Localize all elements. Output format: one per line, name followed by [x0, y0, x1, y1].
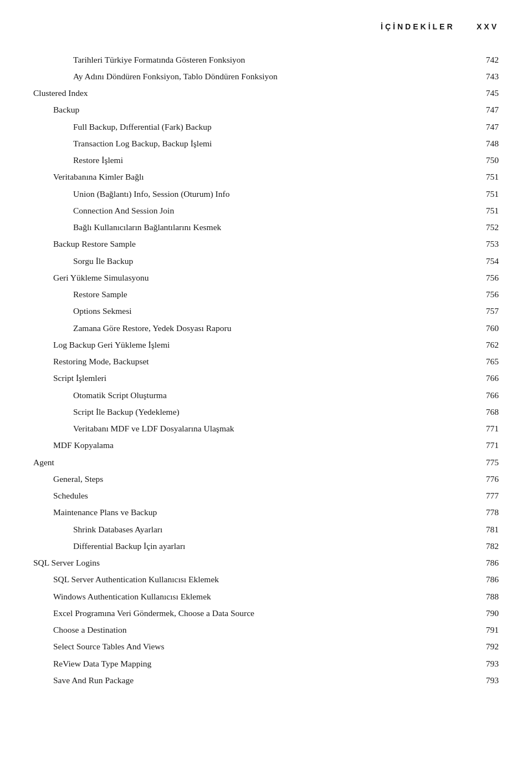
- toc-page-number: 743: [429, 68, 499, 84]
- toc-label: SQL Server Logins: [33, 555, 429, 571]
- toc-page-number: 771: [429, 437, 499, 454]
- toc-row: Union (Bağlantı) Info, Session (Oturum) …: [33, 185, 499, 202]
- toc-page-number: 778: [429, 504, 499, 521]
- toc-row: Restoring Mode, Backupset765: [33, 353, 499, 370]
- toc-row: SQL Server Authentication Kullanıcısı Ek…: [33, 571, 499, 588]
- toc-page-number: 786: [429, 555, 499, 571]
- toc-page-number: 776: [429, 470, 499, 487]
- toc-page-number: 756: [429, 286, 499, 303]
- toc-label: Clustered Index: [33, 85, 429, 101]
- toc-label: Union (Bağlantı) Info, Session (Oturum) …: [33, 185, 429, 202]
- header-page-number: XXV: [477, 22, 499, 31]
- toc-page-number: 745: [429, 85, 499, 101]
- toc-row: Full Backup, Dıfferential (Fark) Backup7…: [33, 118, 499, 135]
- toc-row: Restore İşlemi750: [33, 152, 499, 169]
- toc-page-number: 754: [429, 252, 499, 269]
- toc-row: Sorgu İle Backup754: [33, 252, 499, 269]
- toc-row: General, Steps776: [33, 470, 499, 487]
- toc-label: Restore İşlemi: [33, 152, 429, 169]
- toc-label: Script İşlemleri: [33, 370, 429, 387]
- toc-page-number: 751: [429, 169, 499, 185]
- toc-label: Otomatik Script Oluşturma: [33, 387, 429, 403]
- toc-label: Log Backup Geri Yükleme İşlemi: [33, 336, 429, 353]
- toc-page-number: 781: [429, 521, 499, 537]
- toc-label: Options Sekmesi: [33, 303, 429, 319]
- toc-page-number: 771: [429, 420, 499, 437]
- toc-row: Clustered Index745: [33, 85, 499, 101]
- toc-page-number: 751: [429, 202, 499, 218]
- toc-label: Differential Backup İçin ayarları: [33, 537, 429, 554]
- toc-row: ReView Data Type Mapping793: [33, 655, 499, 672]
- toc-label: Restoring Mode, Backupset: [33, 353, 429, 370]
- header-title: İÇİNDEKİLER XXV: [381, 22, 499, 31]
- header-section-title: İÇİNDEKİLER: [381, 22, 454, 31]
- toc-row: Choose a Destination791: [33, 622, 499, 638]
- toc-row: Backup747: [33, 101, 499, 118]
- toc-row: Save And Run Package793: [33, 672, 499, 688]
- toc-row: Restore Sample756: [33, 286, 499, 303]
- toc-label: Schedules: [33, 487, 429, 504]
- toc-label: Select Source Tables And Views: [33, 638, 429, 655]
- toc-row: Connection And Session Join751: [33, 202, 499, 218]
- toc-page-number: 766: [429, 387, 499, 403]
- toc-row: Shrink Databases Ayarları781: [33, 521, 499, 537]
- toc-label: Choose a Destination: [33, 622, 429, 638]
- toc-row: MDF Kopyalama771: [33, 437, 499, 454]
- toc-row: Transaction Log Backup, Backup İşlemi748: [33, 135, 499, 151]
- toc-page-number: 747: [429, 118, 499, 135]
- toc-page-number: 793: [429, 672, 499, 688]
- toc-label: Geri Yükleme Simulasyonu: [33, 269, 429, 286]
- toc-page-number: 791: [429, 622, 499, 638]
- toc-row: Backup Restore Sample753: [33, 236, 499, 252]
- toc-row: Geri Yükleme Simulasyonu756: [33, 269, 499, 286]
- toc-label: Sorgu İle Backup: [33, 252, 429, 269]
- toc-label: Backup Restore Sample: [33, 236, 429, 252]
- toc-label: Veritabanına Kimler Bağlı: [33, 169, 429, 185]
- toc-row: Maintenance Plans ve Backup778: [33, 504, 499, 521]
- toc-page-number: 742: [429, 51, 499, 68]
- toc-page-number: 768: [429, 403, 499, 420]
- toc-label: Connection And Session Join: [33, 202, 429, 218]
- toc-row: Veritabanına Kimler Bağlı751: [33, 169, 499, 185]
- toc-page-number: 750: [429, 152, 499, 169]
- toc-label: Veritabanı MDF ve LDF Dosyalarına Ulaşma…: [33, 420, 429, 437]
- toc-label: Restore Sample: [33, 286, 429, 303]
- toc-label: Zamana Göre Restore, Yedek Dosyası Rapor…: [33, 319, 429, 336]
- toc-row: Script İşlemleri766: [33, 370, 499, 387]
- toc-label: Windows Authentication Kullanıcısı Eklem…: [33, 588, 429, 604]
- toc-row: Veritabanı MDF ve LDF Dosyalarına Ulaşma…: [33, 420, 499, 437]
- toc-row: Excel Programına Veri Göndermek, Choose …: [33, 604, 499, 621]
- toc-page-number: 756: [429, 269, 499, 286]
- toc-row: Options Sekmesi757: [33, 303, 499, 319]
- toc-row: Tarihleri Türkiye Formatında Gösteren Fo…: [33, 51, 499, 68]
- page-header: İÇİNDEKİLER XXV: [33, 22, 499, 31]
- toc-page-number: 747: [429, 101, 499, 118]
- toc-page-number: 788: [429, 588, 499, 604]
- toc-row: Schedules777: [33, 487, 499, 504]
- toc-label: Script İle Backup (Yedekleme): [33, 403, 429, 420]
- toc-label: Excel Programına Veri Göndermek, Choose …: [33, 604, 429, 621]
- toc-label: General, Steps: [33, 470, 429, 487]
- toc-label: Agent: [33, 454, 429, 470]
- toc-row: Ay Adını Döndüren Fonksiyon, Tablo Döndü…: [33, 68, 499, 84]
- toc-page-number: 786: [429, 571, 499, 588]
- toc-row: Select Source Tables And Views792: [33, 638, 499, 655]
- toc-label: ReView Data Type Mapping: [33, 655, 429, 672]
- toc-row: Otomatik Script Oluşturma766: [33, 387, 499, 403]
- toc-page-number: 792: [429, 638, 499, 655]
- toc-page-number: 775: [429, 454, 499, 470]
- toc-label: Full Backup, Dıfferential (Fark) Backup: [33, 118, 429, 135]
- toc-row: Script İle Backup (Yedekleme)768: [33, 403, 499, 420]
- page: İÇİNDEKİLER XXV Tarihleri Türkiye Format…: [0, 0, 532, 778]
- toc-label: Ay Adını Döndüren Fonksiyon, Tablo Döndü…: [33, 68, 429, 84]
- toc-label: Save And Run Package: [33, 672, 429, 688]
- toc-row: Log Backup Geri Yükleme İşlemi762: [33, 336, 499, 353]
- toc-table: Tarihleri Türkiye Formatında Gösteren Fo…: [33, 51, 499, 689]
- toc-page-number: 751: [429, 185, 499, 202]
- toc-page-number: 753: [429, 236, 499, 252]
- toc-row: Windows Authentication Kullanıcısı Eklem…: [33, 588, 499, 604]
- toc-page-number: 762: [429, 336, 499, 353]
- toc-row: Agent775: [33, 454, 499, 470]
- toc-row: Differential Backup İçin ayarları782: [33, 537, 499, 554]
- toc-row: Zamana Göre Restore, Yedek Dosyası Rapor…: [33, 319, 499, 336]
